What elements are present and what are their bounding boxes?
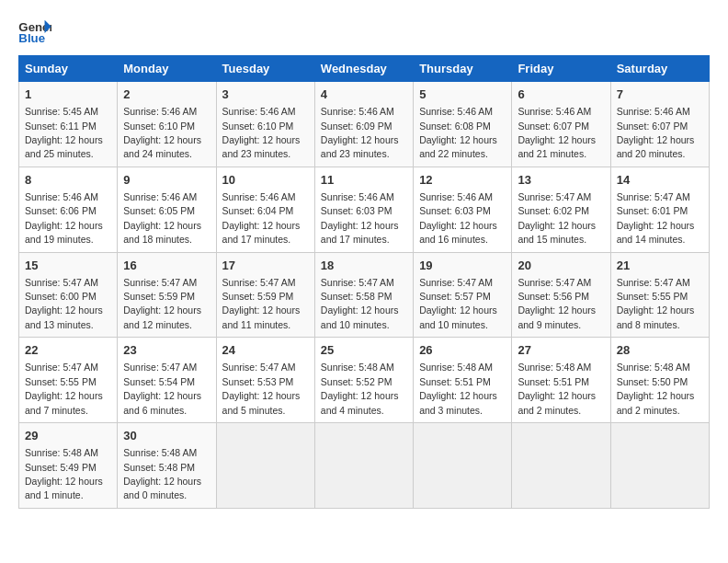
day-info: Sunrise: 5:46 AMSunset: 6:10 PMDaylight:…: [222, 106, 301, 159]
day-number: 29: [25, 428, 111, 444]
table-row: 6Sunrise: 5:46 AMSunset: 6:07 PMDaylight…: [512, 82, 610, 167]
day-number: 6: [518, 86, 604, 103]
table-row: 18Sunrise: 5:47 AMSunset: 5:58 PMDayligh…: [314, 252, 413, 338]
day-number: 14: [617, 172, 703, 189]
day-number: 18: [321, 258, 407, 274]
day-info: Sunrise: 5:47 AMSunset: 5:55 PMDaylight:…: [25, 362, 103, 415]
day-info: Sunrise: 5:47 AMSunset: 6:00 PMDaylight:…: [25, 277, 103, 330]
table-row: 29Sunrise: 5:48 AMSunset: 5:49 PMDayligh…: [19, 423, 118, 509]
day-info: Sunrise: 5:45 AMSunset: 6:11 PMDaylight:…: [25, 106, 103, 159]
day-info: Sunrise: 5:47 AMSunset: 6:01 PMDaylight:…: [617, 191, 695, 245]
table-row: [414, 423, 512, 509]
calendar-week-row: 8Sunrise: 5:46 AMSunset: 6:06 PMDaylight…: [19, 167, 710, 252]
day-number: 28: [617, 342, 703, 359]
day-info: Sunrise: 5:46 AMSunset: 6:06 PMDaylight:…: [25, 191, 103, 245]
day-number: 5: [419, 86, 506, 103]
day-of-week-header: Sunday: [19, 56, 118, 82]
day-number: 27: [518, 342, 604, 359]
day-number: 19: [419, 258, 506, 274]
day-info: Sunrise: 5:47 AMSunset: 5:56 PMDaylight:…: [518, 277, 596, 330]
logo: General Blue: [18, 18, 55, 46]
table-row: 26Sunrise: 5:48 AMSunset: 5:51 PMDayligh…: [414, 338, 512, 423]
day-number: 17: [222, 258, 309, 274]
day-number: 22: [25, 342, 111, 359]
logo-icon: General Blue: [18, 18, 51, 46]
table-row: 17Sunrise: 5:47 AMSunset: 5:59 PMDayligh…: [216, 252, 314, 338]
day-info: Sunrise: 5:46 AMSunset: 6:08 PMDaylight:…: [419, 106, 497, 159]
day-number: 16: [123, 258, 210, 274]
calendar-header-row: SundayMondayTuesdayWednesdayThursdayFrid…: [19, 56, 710, 82]
table-row: 3Sunrise: 5:46 AMSunset: 6:10 PMDaylight…: [216, 82, 314, 167]
day-number: 21: [617, 258, 703, 274]
day-info: Sunrise: 5:47 AMSunset: 5:59 PMDaylight:…: [222, 277, 301, 330]
table-row: [216, 423, 314, 509]
table-row: 5Sunrise: 5:46 AMSunset: 6:08 PMDaylight…: [414, 82, 512, 167]
table-row: 19Sunrise: 5:47 AMSunset: 5:57 PMDayligh…: [414, 252, 512, 338]
day-number: 11: [321, 172, 407, 189]
table-row: [610, 423, 709, 509]
table-row: 11Sunrise: 5:46 AMSunset: 6:03 PMDayligh…: [314, 167, 413, 252]
day-number: 26: [419, 342, 506, 359]
day-number: 30: [123, 428, 210, 444]
day-number: 24: [222, 342, 309, 359]
table-row: 20Sunrise: 5:47 AMSunset: 5:56 PMDayligh…: [512, 252, 610, 338]
table-row: 10Sunrise: 5:46 AMSunset: 6:04 PMDayligh…: [216, 167, 314, 252]
table-row: 25Sunrise: 5:48 AMSunset: 5:52 PMDayligh…: [314, 338, 413, 423]
day-info: Sunrise: 5:48 AMSunset: 5:51 PMDaylight:…: [419, 362, 497, 415]
day-number: 7: [617, 86, 703, 103]
table-row: 30Sunrise: 5:48 AMSunset: 5:48 PMDayligh…: [118, 423, 216, 509]
table-row: 28Sunrise: 5:48 AMSunset: 5:50 PMDayligh…: [610, 338, 709, 423]
table-row: 23Sunrise: 5:47 AMSunset: 5:54 PMDayligh…: [118, 338, 216, 423]
day-info: Sunrise: 5:48 AMSunset: 5:48 PMDaylight:…: [123, 447, 201, 500]
day-info: Sunrise: 5:47 AMSunset: 5:58 PMDaylight:…: [321, 277, 399, 330]
day-info: Sunrise: 5:46 AMSunset: 6:03 PMDaylight:…: [419, 191, 497, 245]
day-info: Sunrise: 5:46 AMSunset: 6:07 PMDaylight:…: [518, 106, 596, 159]
day-info: Sunrise: 5:47 AMSunset: 5:53 PMDaylight:…: [222, 362, 301, 415]
day-info: Sunrise: 5:47 AMSunset: 5:54 PMDaylight:…: [123, 362, 201, 415]
day-of-week-header: Monday: [118, 56, 216, 82]
day-number: 12: [419, 172, 506, 189]
day-info: Sunrise: 5:46 AMSunset: 6:07 PMDaylight:…: [617, 106, 695, 159]
day-number: 4: [321, 86, 407, 103]
table-row: 2Sunrise: 5:46 AMSunset: 6:10 PMDaylight…: [118, 82, 216, 167]
calendar-week-row: 29Sunrise: 5:48 AMSunset: 5:49 PMDayligh…: [19, 423, 710, 509]
day-number: 3: [222, 86, 309, 103]
day-number: 20: [518, 258, 604, 274]
svg-text:Blue: Blue: [18, 31, 45, 45]
day-info: Sunrise: 5:47 AMSunset: 5:55 PMDaylight:…: [617, 277, 695, 330]
calendar-week-row: 1Sunrise: 5:45 AMSunset: 6:11 PMDaylight…: [19, 82, 710, 167]
day-of-week-header: Thursday: [414, 56, 512, 82]
day-info: Sunrise: 5:48 AMSunset: 5:50 PMDaylight:…: [617, 362, 695, 415]
day-info: Sunrise: 5:47 AMSunset: 5:57 PMDaylight:…: [419, 277, 497, 330]
day-number: 25: [321, 342, 407, 359]
calendar-table: SundayMondayTuesdayWednesdayThursdayFrid…: [18, 55, 710, 509]
table-row: 16Sunrise: 5:47 AMSunset: 5:59 PMDayligh…: [118, 252, 216, 338]
day-number: 9: [123, 172, 210, 189]
table-row: 15Sunrise: 5:47 AMSunset: 6:00 PMDayligh…: [19, 252, 118, 338]
calendar-week-row: 15Sunrise: 5:47 AMSunset: 6:00 PMDayligh…: [19, 252, 710, 338]
table-row: 27Sunrise: 5:48 AMSunset: 5:51 PMDayligh…: [512, 338, 610, 423]
table-row: 13Sunrise: 5:47 AMSunset: 6:02 PMDayligh…: [512, 167, 610, 252]
day-of-week-header: Saturday: [610, 56, 709, 82]
day-of-week-header: Wednesday: [314, 56, 413, 82]
day-info: Sunrise: 5:47 AMSunset: 6:02 PMDaylight:…: [518, 191, 596, 245]
day-number: 23: [123, 342, 210, 359]
table-row: 12Sunrise: 5:46 AMSunset: 6:03 PMDayligh…: [414, 167, 512, 252]
day-number: 15: [25, 258, 111, 274]
day-info: Sunrise: 5:48 AMSunset: 5:49 PMDaylight:…: [25, 447, 103, 500]
day-info: Sunrise: 5:46 AMSunset: 6:04 PMDaylight:…: [222, 191, 301, 245]
table-row: [314, 423, 413, 509]
day-info: Sunrise: 5:48 AMSunset: 5:52 PMDaylight:…: [321, 362, 399, 415]
table-row: 9Sunrise: 5:46 AMSunset: 6:05 PMDaylight…: [118, 167, 216, 252]
day-info: Sunrise: 5:46 AMSunset: 6:03 PMDaylight:…: [321, 191, 399, 245]
day-number: 13: [518, 172, 604, 189]
table-row: 1Sunrise: 5:45 AMSunset: 6:11 PMDaylight…: [19, 82, 118, 167]
calendar-week-row: 22Sunrise: 5:47 AMSunset: 5:55 PMDayligh…: [19, 338, 710, 423]
day-info: Sunrise: 5:47 AMSunset: 5:59 PMDaylight:…: [123, 277, 201, 330]
table-row: 8Sunrise: 5:46 AMSunset: 6:06 PMDaylight…: [19, 167, 118, 252]
table-row: 24Sunrise: 5:47 AMSunset: 5:53 PMDayligh…: [216, 338, 314, 423]
day-number: 2: [123, 86, 210, 103]
day-of-week-header: Friday: [512, 56, 610, 82]
table-row: 7Sunrise: 5:46 AMSunset: 6:07 PMDaylight…: [610, 82, 709, 167]
table-row: [512, 423, 610, 509]
